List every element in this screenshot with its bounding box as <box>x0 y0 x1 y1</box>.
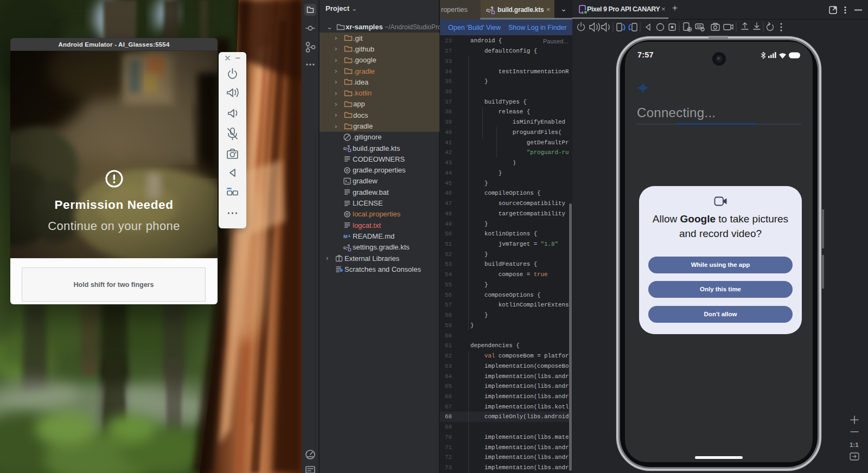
svg-text:M: M <box>343 234 348 239</box>
svg-text:1:1: 1:1 <box>850 442 859 448</box>
